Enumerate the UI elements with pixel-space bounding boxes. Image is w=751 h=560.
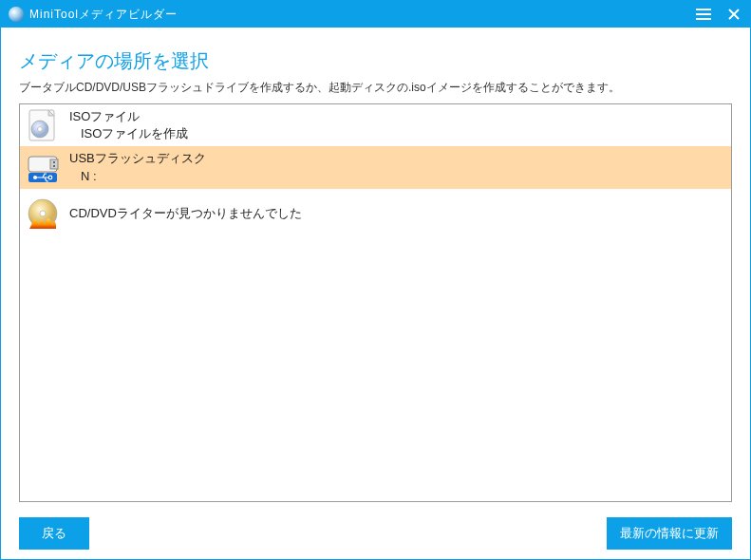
- option-text: ISOファイル ISOファイルを作成: [69, 108, 188, 142]
- svg-rect-11: [53, 165, 55, 167]
- titlebar-right: [695, 6, 742, 23]
- svg-rect-1: [696, 13, 711, 15]
- refresh-button[interactable]: 最新の情報に更新: [607, 517, 732, 550]
- option-title: USBフラッシュディスク: [69, 150, 206, 167]
- option-title: ISOファイル: [69, 108, 188, 125]
- cd-dvd-burn-icon: [26, 196, 60, 231]
- media-options-list: ISOファイル ISOファイルを作成 USBフラッシュディスク: [19, 103, 732, 502]
- option-text: CD/DVDライターが見つかりませんでした: [69, 205, 302, 222]
- iso-file-icon: [26, 108, 60, 142]
- window-title: MiniToolメディアビルダー: [29, 7, 178, 23]
- page-subtitle: ブータブルCD/DVD/USBフラッシュドライブを作成するか、起動ディスクの.i…: [19, 80, 732, 96]
- page-title: メディアの場所を選択: [19, 48, 732, 74]
- usb-disk-icon: [26, 151, 60, 185]
- titlebar-left: MiniToolメディアビルダー: [9, 7, 178, 23]
- app-icon: [9, 7, 24, 22]
- svg-rect-9: [50, 159, 58, 169]
- title-bar: MiniToolメディアビルダー: [1, 1, 750, 28]
- back-button[interactable]: 戻る: [19, 517, 89, 550]
- content-area: メディアの場所を選択 ブータブルCD/DVD/USBフラッシュドライブを作成する…: [1, 28, 750, 502]
- svg-point-16: [40, 211, 46, 216]
- option-title: CD/DVDライターが見つかりませんでした: [69, 205, 302, 222]
- option-subtitle: N :: [69, 168, 206, 185]
- menu-icon[interactable]: [695, 6, 712, 23]
- close-icon[interactable]: [725, 6, 742, 23]
- footer: 戻る 最新の情報に更新: [1, 502, 750, 560]
- option-cd-dvd[interactable]: CD/DVDライターが見つかりませんでした: [20, 189, 731, 238]
- svg-rect-10: [53, 161, 55, 163]
- svg-rect-2: [696, 18, 711, 20]
- option-text: USBフラッシュディスク N :: [69, 150, 206, 184]
- option-subtitle: ISOファイルを作成: [69, 125, 188, 142]
- option-usb-disk[interactable]: USBフラッシュディスク N :: [20, 146, 731, 188]
- svg-point-7: [38, 127, 43, 132]
- svg-rect-0: [696, 9, 711, 10]
- option-iso-file[interactable]: ISOファイル ISOファイルを作成: [20, 104, 731, 146]
